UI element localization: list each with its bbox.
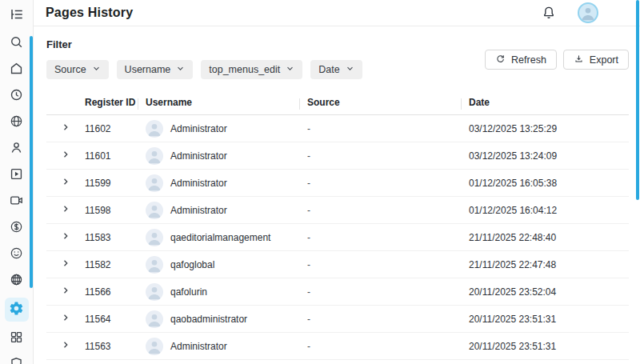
username-text: Administrator [170,205,227,216]
user-avatar [146,229,163,246]
register-id-cell: 11601 [85,150,146,162]
filter-chip-username[interactable]: Username [117,60,194,79]
date-cell: 03/12/2025 13:25:29 [469,123,629,134]
table-row: 11602 Administrator - 03/12/2025 13:25:2… [46,115,629,142]
sidebar-toggle-button[interactable] [6,6,27,26]
column-header-source: Source [307,97,469,108]
username-cell: qaobadministrator [146,310,307,328]
media-play-icon [9,166,24,185]
row-expand-button[interactable] [46,313,85,325]
username-text: Administrator [170,123,227,134]
username-cell: Administrator [146,174,307,192]
username-text: qaeditorialmanagement [170,232,270,243]
sidebar-item-billing[interactable] [6,218,28,238]
sidebar-item-globe[interactable] [6,113,28,132]
user-avatar [146,338,163,355]
username-cell: Administrator [146,147,307,165]
row-expand-button[interactable] [46,340,85,352]
source-cell: - [307,232,469,243]
username-text: Administrator [170,341,227,352]
column-header-register-id: Register ID [85,97,146,108]
globe-icon [9,114,24,132]
chevron-right-icon [61,313,70,325]
column-header-username: Username [146,97,307,108]
username-cell: Administrator [146,202,307,219]
user-avatar[interactable] [578,2,598,23]
table-row: 11598 Administrator - 01/12/2025 16:04:1… [46,197,629,224]
table-body: 11602 Administrator - 03/12/2025 13:25:2… [46,115,629,360]
sidebar-item-reactions[interactable] [6,245,28,264]
user-avatar [146,147,163,165]
date-cell: 21/11/2025 22:47:48 [469,259,629,270]
username-text: qafoglobal [170,259,214,270]
chevron-right-icon [61,286,70,298]
filter-chip-username-label: Username [125,64,171,75]
video-camera-icon [9,193,24,211]
table-row: 11601 Administrator - 03/12/2025 13:24:0… [46,142,629,170]
table-row: 11563 Administrator - 20/11/2025 23:51:3… [46,333,629,360]
user-avatar [146,256,163,274]
sidebar-item-security[interactable] [6,355,28,364]
filter-label: Filter [46,38,629,50]
row-expand-button[interactable] [46,286,85,298]
username-cell: qafolurin [146,283,307,301]
sidebar-item-home[interactable] [6,60,28,79]
filter-chip-top-menus-edit[interactable]: top_menus_edit [201,60,302,79]
register-id-cell: 11563 [85,341,146,352]
sidebar-item-video[interactable] [6,192,28,211]
history-table: Register ID Username Source Date 11602 A… [46,90,629,360]
username-text: qaobadministrator [170,314,247,325]
register-id-cell: 11566 [85,286,146,298]
refresh-icon [495,54,506,66]
history-clock-icon [9,87,24,106]
source-cell: - [307,314,469,325]
sidebar-item-users[interactable] [6,139,28,158]
filter-chip-date-label: Date [318,64,339,75]
sidebar-scrollbar[interactable] [30,36,33,288]
chevron-down-icon [346,64,354,75]
row-expand-button[interactable] [46,150,85,162]
row-expand-button[interactable] [46,258,85,270]
date-cell: 01/12/2025 16:04:12 [469,205,629,216]
sidebar-item-apps[interactable] [6,329,28,348]
username-text: Administrator [170,150,227,162]
chevron-right-icon [61,340,70,352]
table-row: 11599 Administrator - 01/12/2025 16:05:3… [46,170,629,197]
user-avatar [146,174,163,192]
row-expand-button[interactable] [46,122,85,134]
filter-chip-source[interactable]: Source [46,60,109,79]
row-expand-button[interactable] [46,177,85,189]
date-cell: 20/11/2025 23:52:04 [469,286,629,298]
dollar-icon [9,219,24,238]
date-cell: 03/12/2025 13:24:09 [469,150,629,162]
sidebar-item-media[interactable] [6,166,28,185]
row-expand-button[interactable] [46,231,85,243]
username-text: Administrator [170,178,227,189]
globe-grid-icon [9,272,24,290]
chevron-right-icon [61,258,70,270]
register-id-cell: 11602 [85,123,146,134]
row-expand-button[interactable] [46,204,85,216]
sidebar-item-network[interactable] [6,271,28,290]
register-id-cell: 11564 [85,314,146,325]
chevron-right-icon [61,231,70,243]
notification-bell-icon[interactable] [541,5,557,21]
user-avatar [146,310,163,328]
sidebar-item-search[interactable] [6,34,28,53]
source-cell: - [307,178,469,189]
filter-chip-source-label: Source [54,64,86,75]
table-row: 11582 qafoglobal - 21/11/2025 22:47:48 [46,251,629,278]
menu-toggle-icon [10,7,24,25]
chevron-right-icon [61,122,70,134]
page-scrollbar[interactable] [636,0,639,200]
export-button[interactable]: Export [563,50,629,70]
register-id-cell: 11583 [85,232,146,243]
sidebar-item-history[interactable] [6,86,28,106]
chevron-right-icon [61,177,70,189]
download-icon [574,54,584,66]
date-cell: 01/12/2025 16:05:38 [469,178,629,189]
sidebar-item-settings[interactable] [5,298,29,322]
filter-chip-date[interactable]: Date [310,60,362,79]
refresh-button[interactable]: Refresh [485,50,557,70]
date-cell: 20/11/2025 23:51:31 [469,341,629,352]
